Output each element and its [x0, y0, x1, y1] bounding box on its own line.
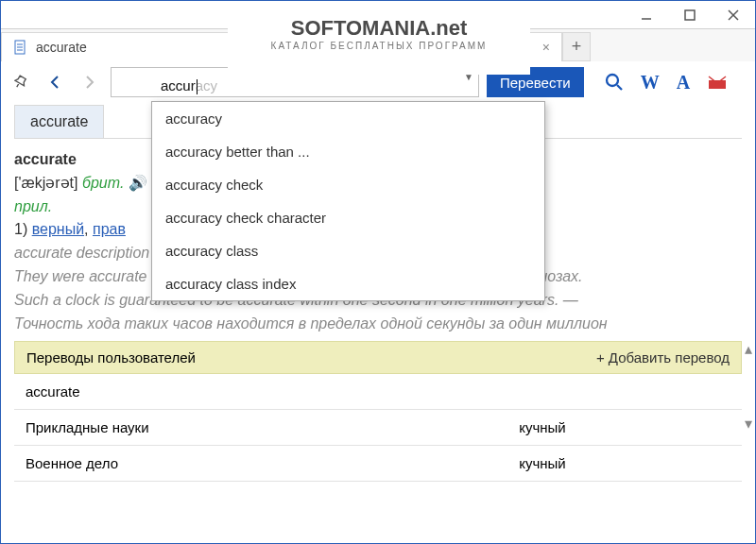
mail-icon[interactable] [707, 72, 728, 93]
wikipedia-icon[interactable]: W [641, 72, 660, 94]
scroll-down-icon[interactable]: ▾ [745, 415, 752, 433]
search-field-wrap: ▼ [111, 67, 479, 97]
user-translations: Переводы пользователей + Добавить перево… [14, 341, 742, 482]
table-row: Военное дело кучный [14, 446, 742, 482]
svg-rect-1 [685, 10, 695, 20]
dropdown-icon[interactable]: ▼ [464, 72, 473, 82]
autocomplete-dropdown: accuracy accuracy better than ... accura… [151, 101, 545, 301]
definition-number: 1) [14, 221, 27, 237]
definition-link[interactable]: верный [32, 221, 84, 237]
suggestion-item[interactable]: accuracy class index [152, 267, 544, 300]
scrollbar[interactable]: ▴ ▾ [745, 340, 752, 433]
translation-cell: кучный [519, 455, 730, 471]
user-translations-header: Переводы пользователей + Добавить перево… [14, 341, 742, 374]
close-window-button[interactable] [712, 1, 755, 28]
entry-tab[interactable]: accurate [14, 105, 104, 138]
tab-bar: accurate × + SOFTOMANIA.net КАТАЛОГ БЕСП… [1, 29, 755, 61]
ipa-transcription: ['ækjərət] [14, 175, 78, 191]
document-icon [13, 40, 28, 55]
close-tab-icon[interactable]: × [537, 40, 550, 55]
svg-point-8 [607, 75, 618, 86]
document-tab[interactable]: accurate × [1, 32, 562, 61]
variant-label: брит. [82, 175, 124, 191]
search-icon[interactable] [605, 73, 624, 92]
minimize-button[interactable] [625, 1, 668, 28]
toolbar: ▼ Перевести W A [1, 61, 755, 103]
definition-link[interactable]: прав [93, 221, 126, 237]
suggestion-item[interactable]: accuracy [152, 102, 544, 135]
font-icon[interactable]: A [677, 72, 690, 94]
back-button[interactable] [43, 69, 69, 95]
right-icon-group: W A [605, 72, 728, 94]
example-line: Точность хода таких часов находится в пр… [14, 313, 742, 336]
domain-cell: Прикладные науки [26, 419, 519, 435]
suggestion-item[interactable]: accuracy better than ... [152, 135, 544, 168]
tab-title: accurate [36, 40, 87, 55]
svg-line-9 [617, 85, 622, 90]
user-translations-title: Переводы пользователей [26, 349, 196, 366]
translate-button[interactable]: Перевести [487, 67, 584, 97]
maximize-button[interactable] [668, 1, 712, 28]
user-translation-word: accurate [14, 374, 742, 410]
title-bar [1, 1, 755, 29]
suggestion-item[interactable]: accuracy class [152, 234, 544, 267]
suggestion-item[interactable]: accuracy check [152, 168, 544, 201]
new-tab-button[interactable]: + [562, 32, 591, 61]
forward-button[interactable] [77, 69, 103, 95]
search-input[interactable] [111, 67, 479, 97]
audio-icon[interactable]: 🔊 [129, 175, 147, 191]
domain-cell: Военное дело [26, 455, 519, 471]
suggestion-item[interactable]: accuracy check character [152, 201, 544, 234]
scroll-up-icon[interactable]: ▴ [745, 340, 752, 358]
pin-icon[interactable] [9, 69, 35, 95]
add-translation-button[interactable]: + Добавить перевод [596, 349, 730, 366]
table-row: Прикладные науки кучный [14, 410, 742, 446]
translation-cell: кучный [519, 419, 730, 435]
